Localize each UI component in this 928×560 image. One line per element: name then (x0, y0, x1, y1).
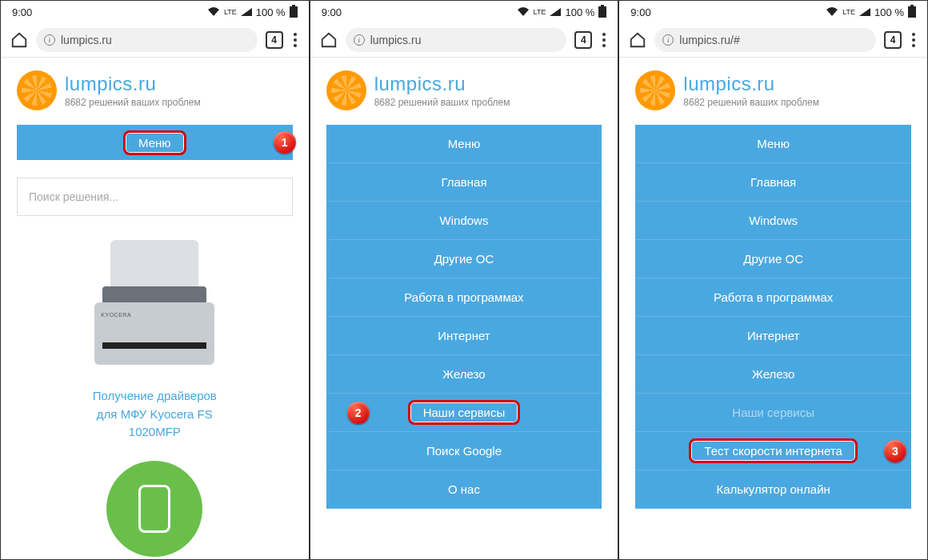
brand-name: lumpics.ru (65, 73, 201, 95)
lte-label: LTE (842, 8, 855, 16)
battery-pct: 100 % (874, 6, 904, 18)
wifi-icon (207, 7, 220, 17)
url-text: lumpics.ru (370, 34, 422, 46)
menu-item-home[interactable]: Главная (326, 163, 602, 202)
menu-item-other-os[interactable]: Другие ОС (326, 240, 602, 278)
battery-icon (908, 6, 916, 18)
status-bar: 9:00 LTE 100 % (310, 1, 618, 23)
category-circle[interactable] (106, 461, 202, 557)
orange-icon (326, 70, 366, 110)
page-content: lumpics.ru 8682 решений ваших проблем Ме… (619, 57, 927, 559)
menu-label: Меню (138, 136, 171, 150)
menu-item-about[interactable]: О нас (326, 470, 602, 509)
site-logo[interactable]: lumpics.ru 8682 решений ваших проблем (619, 58, 927, 125)
menu-item-other-os[interactable]: Другие ОС (635, 240, 911, 278)
printer-image: KYOCERA (78, 240, 230, 376)
menu-item-internet[interactable]: Интернет (635, 317, 911, 355)
brand-name: lumpics.ru (374, 73, 510, 95)
expanded-menu: Меню Главная Windows Другие ОС Работа в … (635, 125, 911, 509)
home-icon[interactable] (320, 31, 338, 49)
phone-screen-2: 9:00 LTE 100 % i lumpics.ru 4 lumpics.ru… (310, 0, 619, 560)
orange-icon (17, 70, 57, 110)
status-time: 9:00 (322, 6, 342, 18)
tagline: 8682 решений ваших проблем (374, 97, 510, 108)
info-icon: i (354, 34, 365, 46)
status-time: 9:00 (630, 6, 650, 18)
home-icon[interactable] (10, 31, 28, 49)
lte-label: LTE (534, 8, 546, 16)
orange-icon (635, 70, 675, 110)
site-logo[interactable]: lumpics.ru 8682 решений ваших проблем (1, 58, 309, 125)
lte-label: LTE (224, 8, 237, 16)
page-content: lumpics.ru 8682 решений ваших проблем Ме… (1, 57, 309, 559)
signal-icon (241, 8, 252, 16)
menu-item-windows[interactable]: Windows (326, 202, 602, 240)
wifi-icon (517, 7, 530, 17)
url-field[interactable]: i lumpics.ru (346, 28, 567, 52)
submenu-item-speedtest[interactable]: Тест скорости интернета 3 (635, 432, 911, 470)
submenu-item-calculator[interactable]: Калькулятор онлайн (635, 470, 911, 509)
tagline: 8682 решений ваших проблем (683, 97, 819, 108)
status-time: 9:00 (12, 6, 32, 18)
menu-item-menu[interactable]: Меню (635, 125, 911, 163)
site-logo[interactable]: lumpics.ru 8682 решений ваших проблем (310, 58, 618, 125)
article-preview[interactable]: KYOCERA Получение драйверов для МФУ Kyoc… (17, 240, 293, 442)
menu-item-programs[interactable]: Работа в программах (635, 278, 911, 317)
tagline: 8682 решений ваших проблем (65, 97, 201, 108)
browser-toolbar: i lumpics.ru 4 (310, 23, 618, 57)
step-marker-3: 3 (884, 440, 906, 462)
menu-item-hardware[interactable]: Железо (635, 355, 911, 394)
status-bar: 9:00 LTE 100 % (1, 1, 309, 23)
page-content: lumpics.ru 8682 решений ваших проблем Ме… (310, 57, 618, 559)
battery-pct: 100 % (256, 6, 286, 18)
search-placeholder: Поиск решения... (29, 190, 118, 203)
url-text: lumpics.ru/# (679, 34, 739, 46)
menu-button[interactable]: Меню 1 (17, 125, 293, 160)
menu-item-menu[interactable]: Меню (326, 125, 602, 163)
menu-item-hardware[interactable]: Железо (326, 355, 602, 394)
phone-screen-1: 9:00 LTE 100 % i lumpics.ru 4 lumpics.ru… (0, 0, 310, 560)
info-icon: i (44, 34, 55, 46)
battery-icon (598, 6, 606, 18)
home-icon[interactable] (629, 31, 646, 49)
article-link[interactable]: Получение драйверов для МФУ Kyocera FS 1… (17, 387, 293, 442)
info-icon: i (662, 34, 674, 46)
status-bar: 9:00 LTE 100 % (619, 1, 927, 23)
wifi-icon (826, 7, 838, 17)
battery-pct: 100 % (565, 6, 594, 18)
more-icon[interactable] (291, 33, 299, 47)
signal-icon (859, 8, 870, 16)
tabs-button[interactable]: 4 (574, 31, 592, 49)
signal-icon (550, 8, 561, 16)
expanded-menu: Меню Главная Windows Другие ОС Работа в … (326, 125, 602, 509)
menu-item-services[interactable]: 2 Наши сервисы (326, 394, 602, 432)
step-marker-1: 1 (274, 131, 296, 154)
url-field[interactable]: i lumpics.ru (36, 28, 258, 52)
search-input[interactable]: Поиск решения... (17, 178, 293, 216)
battery-icon (290, 6, 298, 18)
menu-item-windows[interactable]: Windows (635, 202, 911, 240)
menu-item-google[interactable]: Поиск Google (326, 432, 602, 470)
phone-icon (138, 485, 170, 533)
tabs-button[interactable]: 4 (884, 31, 902, 49)
browser-toolbar: i lumpics.ru/# 4 (619, 23, 927, 57)
more-icon[interactable] (600, 33, 608, 47)
menu-item-programs[interactable]: Работа в программах (326, 278, 602, 317)
menu-item-internet[interactable]: Интернет (326, 317, 602, 355)
url-text: lumpics.ru (61, 34, 112, 46)
step-marker-2: 2 (347, 402, 370, 424)
tabs-button[interactable]: 4 (266, 31, 283, 49)
brand-name: lumpics.ru (683, 73, 819, 95)
more-icon[interactable] (910, 33, 918, 47)
browser-toolbar: i lumpics.ru 4 (1, 23, 309, 57)
menu-item-home[interactable]: Главная (635, 163, 911, 202)
menu-item-services[interactable]: Наши сервисы (635, 394, 911, 432)
phone-screen-3: 9:00 LTE 100 % i lumpics.ru/# 4 lumpics.… (618, 0, 928, 560)
url-field[interactable]: i lumpics.ru/# (654, 28, 876, 52)
